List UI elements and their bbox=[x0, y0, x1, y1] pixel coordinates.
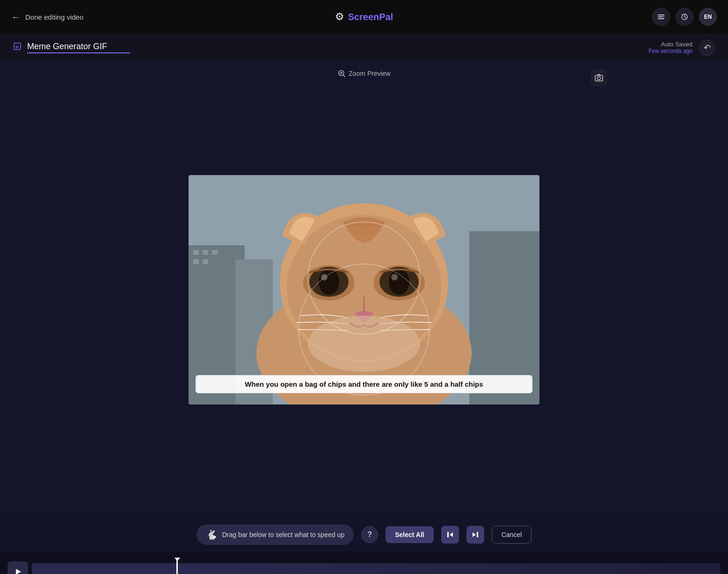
svg-point-28 bbox=[391, 274, 398, 280]
playhead[interactable]: 0:00.32 bbox=[176, 560, 178, 574]
logo-text: ScreenPal bbox=[348, 12, 393, 22]
video-title-input[interactable] bbox=[27, 42, 130, 53]
undo-button[interactable]: ↶ bbox=[699, 40, 715, 56]
svg-point-26 bbox=[389, 269, 409, 295]
title-bar: Auto Saved Few seconds ago ↶ bbox=[0, 34, 728, 62]
svg-rect-15 bbox=[212, 250, 218, 255]
cancel-button[interactable]: Cancel bbox=[492, 526, 532, 544]
logo: ⚙ ScreenPal bbox=[335, 11, 393, 23]
svg-rect-14 bbox=[203, 250, 208, 255]
svg-rect-32 bbox=[447, 532, 449, 537]
help-button[interactable]: ? bbox=[361, 526, 378, 543]
back-icon: ← bbox=[11, 12, 21, 22]
timeline-played bbox=[32, 563, 176, 574]
play-button[interactable] bbox=[7, 561, 28, 574]
timeline-track: 0:00.32 bbox=[0, 552, 728, 574]
snapshot-button[interactable] bbox=[590, 69, 607, 86]
svg-rect-16 bbox=[193, 259, 199, 264]
menu-button[interactable] bbox=[652, 8, 670, 26]
title-left bbox=[13, 42, 130, 53]
timeline-content bbox=[176, 563, 721, 574]
svg-rect-2 bbox=[658, 18, 664, 19]
drag-hint: 🐇 Drag bar below to select what to speed… bbox=[197, 524, 354, 545]
select-all-button[interactable]: Select All bbox=[386, 526, 434, 543]
main-content: Zoom Preview bbox=[0, 62, 728, 518]
history-button[interactable] bbox=[676, 8, 693, 26]
svg-rect-0 bbox=[658, 15, 664, 15]
logo-pal: Pal bbox=[379, 12, 393, 22]
rabbit-icon: 🐇 bbox=[206, 529, 218, 540]
autosave-info: Auto Saved Few seconds ago bbox=[648, 41, 692, 54]
timeline: 0:00.32 0 0:02 bbox=[0, 552, 728, 574]
drag-hint-label: Drag bar below to select what to speed u… bbox=[222, 531, 345, 538]
logo-screen: Screen bbox=[348, 12, 379, 22]
done-editing-label: Done editing video bbox=[25, 13, 83, 21]
speed-toolbar: 🐇 Drag bar below to select what to speed… bbox=[0, 518, 728, 552]
skip-to-start-button[interactable] bbox=[441, 526, 459, 544]
autosave-label: Auto Saved bbox=[648, 41, 692, 48]
svg-rect-17 bbox=[203, 259, 208, 264]
timeline-bar[interactable]: 0:00.32 bbox=[32, 563, 721, 574]
language-button[interactable]: EN bbox=[699, 8, 717, 26]
svg-rect-13 bbox=[193, 250, 199, 255]
svg-rect-3 bbox=[662, 16, 664, 17]
skip-to-end-button[interactable] bbox=[466, 526, 484, 544]
done-editing-button[interactable]: ← Done editing video bbox=[11, 12, 83, 22]
svg-point-8 bbox=[597, 77, 601, 80]
autosave-time: Few seconds ago bbox=[648, 48, 692, 54]
top-bar: ← Done editing video ⚙ ScreenPal EN bbox=[0, 0, 728, 34]
zoom-preview-button[interactable]: Zoom Preview bbox=[337, 69, 390, 78]
svg-point-25 bbox=[319, 269, 339, 295]
screenpal-logo-icon: ⚙ bbox=[335, 11, 344, 23]
svg-rect-33 bbox=[477, 532, 478, 537]
cat-image bbox=[189, 175, 539, 405]
meme-caption: When you open a bag of chips and there a… bbox=[196, 375, 532, 393]
svg-point-29 bbox=[308, 316, 420, 372]
top-bar-actions: EN bbox=[652, 8, 717, 26]
video-preview: When you open a bag of chips and there a… bbox=[189, 175, 539, 405]
edit-icon bbox=[13, 42, 22, 53]
title-right: Auto Saved Few seconds ago ↶ bbox=[648, 40, 715, 56]
zoom-preview-label: Zoom Preview bbox=[349, 70, 390, 77]
